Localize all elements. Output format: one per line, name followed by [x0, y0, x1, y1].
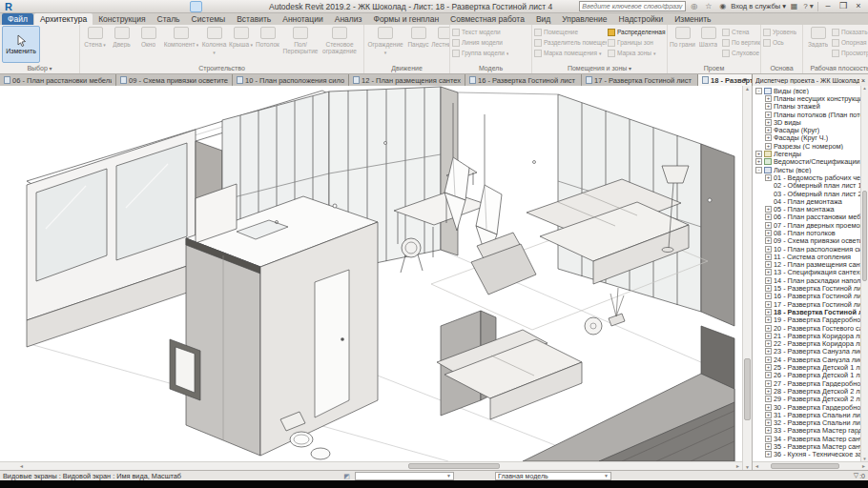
tree-legends[interactable]: + Легенды	[753, 150, 860, 157]
view-tab-10[interactable]: 10 - План расположения силовог... ×	[233, 74, 349, 86]
view-tab-16[interactable]: 16 - Развертка Гостиной лист 2 ×	[465, 74, 582, 86]
tab-manage[interactable]: Управление	[556, 13, 612, 25]
room-tag-button[interactable]: Марка помещения	[534, 49, 607, 57]
tree-expander[interactable]: +	[765, 348, 772, 355]
tree-item[interactable]: + 34 - Развертка Мастер санузла лист 1	[753, 435, 860, 442]
tree-expander[interactable]: +	[765, 246, 772, 253]
help-search-input[interactable]	[579, 1, 686, 11]
sync-icon[interactable]	[56, 1, 69, 12]
tree-expander[interactable]: +	[765, 261, 772, 268]
tree-item[interactable]: + 3D виды	[753, 118, 860, 126]
scroll-up-icon[interactable]: ▲	[743, 86, 752, 92]
wall-button[interactable]: Стена	[82, 27, 108, 49]
open-file-icon[interactable]	[30, 1, 42, 12]
restore-button[interactable]: ❒	[837, 1, 850, 12]
scroll-right-icon[interactable]: ►	[859, 463, 868, 469]
customize-qat-icon[interactable]	[230, 1, 242, 12]
room-button[interactable]: Помещение	[534, 28, 607, 36]
tree-item[interactable]: + 16 - Развертка Гостиной лист 2	[753, 293, 860, 300]
measure-icon[interactable]	[110, 1, 122, 12]
tree-expander[interactable]: +	[765, 222, 772, 229]
view-tab-09[interactable]: 09 - Схема привязки осветительн... ×	[116, 74, 233, 86]
recent-documents-icon[interactable]	[16, 1, 29, 12]
tree-expander[interactable]: +	[765, 254, 772, 260]
view-tab-12[interactable]: 12 - План размещения сантехнич... ×	[349, 74, 465, 86]
curtain-system-button[interactable]: Стеновое ограждение	[320, 27, 359, 54]
view-tab-06[interactable]: 06 - План расстановки мебели ×	[0, 74, 116, 86]
tree-item[interactable]: + 08 - План потолков	[753, 229, 860, 236]
tree-item[interactable]: + 11 - Система отопления	[753, 253, 860, 260]
tree-expander[interactable]: +	[765, 143, 772, 150]
aligned-dimension-icon[interactable]	[123, 1, 135, 12]
tab-addins[interactable]: Надстройки	[613, 13, 670, 25]
canvas-vertical-scrollbar[interactable]: ▲ ▼	[742, 86, 752, 470]
tab-massing-site[interactable]: Формы и генплан	[367, 13, 444, 25]
scroll-thumb[interactable]	[744, 358, 751, 419]
wall-opening-button[interactable]: Стена	[722, 28, 760, 36]
tree-expander[interactable]: +	[765, 340, 772, 347]
tree-item[interactable]: + 09 - Схема привязки осветительных приб…	[753, 237, 860, 245]
tree-expander[interactable]: +	[765, 95, 772, 102]
tree-expander[interactable]: +	[765, 103, 772, 110]
area-tag-button[interactable]: Марка зоны	[608, 49, 667, 57]
text-icon[interactable]	[150, 1, 162, 12]
drawing-canvas[interactable]	[0, 86, 742, 461]
redo-icon[interactable]	[83, 1, 95, 12]
tree-expander[interactable]: +	[765, 285, 772, 292]
tree-expander[interactable]: +	[765, 301, 772, 308]
scroll-up-icon[interactable]: ▲	[861, 86, 868, 91]
column-button[interactable]: Колонна	[201, 27, 227, 54]
scroll-right-icon[interactable]: ►	[734, 463, 742, 469]
tree-item[interactable]: + 19 - Развертка Гардеробной	[753, 316, 860, 324]
tree-expander[interactable]: -	[755, 88, 762, 94]
modify-button[interactable]: Изменить	[2, 26, 40, 63]
design-options-status-icon[interactable]	[816, 472, 826, 480]
tree-expander[interactable]: +	[765, 356, 772, 363]
tree-item[interactable]: + 31 - Развертка Спальни лист 1	[753, 411, 860, 418]
tree-sheet-18-current[interactable]: + 18 - Развертка Гостиной лист 4	[753, 308, 860, 315]
curtain-grid-button[interactable]: Схема разрезки стены	[360, 27, 363, 54]
set-workplane-button[interactable]: Задать	[805, 27, 831, 48]
area-button[interactable]: Распределенная	[608, 28, 667, 36]
tree-expander[interactable]: +	[765, 412, 772, 418]
account-icon[interactable]: ◉	[716, 1, 729, 12]
tree-expander[interactable]: +	[765, 325, 772, 332]
tree-expander[interactable]: +	[765, 436, 772, 442]
dormer-opening-button[interactable]: Слуховое окно	[722, 49, 760, 57]
links-status-icon[interactable]	[791, 472, 801, 480]
tree-expander[interactable]: +	[765, 388, 772, 395]
tree-item[interactable]: + 30 - Развертка Гардеробной 2	[753, 403, 860, 411]
tree-expander[interactable]: +	[765, 174, 772, 181]
tree-item[interactable]: + 33 - Развертка Мастер гардеробной	[753, 427, 860, 435]
tree-expander[interactable]: +	[765, 269, 772, 275]
tree-item[interactable]: + 05 - План монтажа	[753, 205, 860, 213]
stair-button[interactable]: Лестница	[432, 27, 449, 48]
editable-only-icon[interactable]	[457, 472, 467, 480]
tree-item[interactable]: + 21 - Развертка Коридора лист 1	[753, 332, 860, 339]
scroll-down-icon[interactable]: ▼	[861, 457, 868, 461]
tree-item[interactable]: 04 - План демонтажа	[753, 197, 860, 205]
save-icon[interactable]	[43, 1, 55, 12]
door-button[interactable]: Дверь	[109, 27, 134, 48]
tab-systems[interactable]: Системы	[186, 13, 232, 25]
view-tab-17[interactable]: 17 - Развертка Гостиной лист 3 ×	[582, 74, 698, 86]
tree-expander[interactable]: -	[755, 167, 762, 173]
revit-logo-icon[interactable]: R	[3, 1, 14, 12]
section-icon[interactable]	[176, 1, 189, 12]
scroll-thumb[interactable]	[408, 463, 500, 469]
tree-item[interactable]: + 24 - Развертка Санузла лист 2	[753, 356, 860, 363]
floor-button[interactable]: Пол/Перекрытие	[281, 27, 320, 54]
tree-expander[interactable]: +	[765, 214, 772, 220]
tree-item[interactable]: + 22 - Развертка Коридора лист 2	[753, 340, 860, 348]
tab-view[interactable]: Вид	[530, 13, 556, 25]
close-button[interactable]: ×	[852, 1, 865, 12]
tree-expander[interactable]: +	[765, 427, 772, 434]
tab-file[interactable]: Файл	[2, 13, 33, 25]
roof-button[interactable]: Крыша	[228, 27, 254, 49]
view-tab-list-icon[interactable]: ▼	[738, 74, 752, 86]
ramp-button[interactable]: Пандус	[405, 27, 431, 48]
component-button[interactable]: Компонент	[162, 27, 200, 49]
area-boundary-button[interactable]: Границы зон	[608, 38, 667, 47]
tree-schedules[interactable]: + Ведомости/Спецификации (все)	[753, 158, 860, 166]
print-icon[interactable]	[96, 1, 109, 12]
